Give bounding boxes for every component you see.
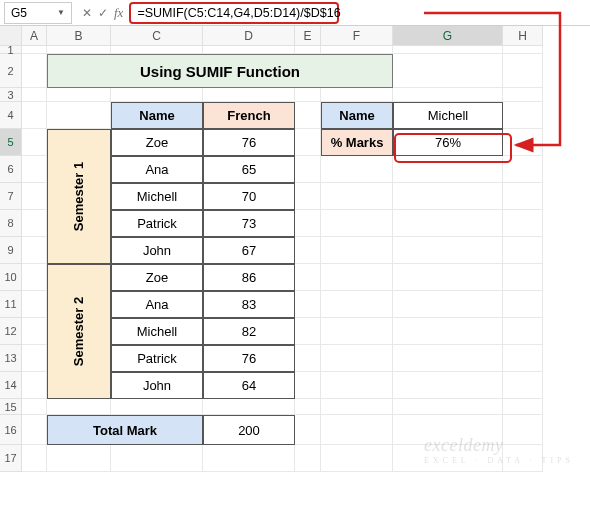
total-mark-label: Total Mark (47, 415, 203, 445)
col-header-A[interactable]: A (22, 26, 47, 46)
chevron-down-icon[interactable]: ▼ (57, 8, 65, 17)
row-header-1[interactable]: 1 (0, 46, 22, 54)
row-header-3[interactable]: 3 (0, 88, 22, 102)
row-header-17[interactable]: 17 (0, 445, 22, 472)
row-header-4[interactable]: 4 (0, 102, 22, 129)
col-french-header: French (203, 102, 295, 129)
table-cell[interactable]: Patrick (111, 345, 203, 372)
table-cell[interactable]: Patrick (111, 210, 203, 237)
formula-bar-buttons: ✕ ✓ fx (76, 5, 129, 21)
row-header-13[interactable]: 13 (0, 345, 22, 372)
col-header-E[interactable]: E (295, 26, 321, 46)
row-header-16[interactable]: 16 (0, 415, 22, 445)
row-header-2[interactable]: 2 (0, 54, 22, 88)
total-mark-value[interactable]: 200 (203, 415, 295, 445)
row-header-5[interactable]: 5 (0, 129, 22, 156)
row-header-9[interactable]: 9 (0, 237, 22, 264)
cancel-icon[interactable]: ✕ (82, 6, 92, 20)
table-cell[interactable]: 83 (203, 291, 295, 318)
table-cell[interactable]: Michell (111, 183, 203, 210)
table-cell[interactable]: Zoe (111, 129, 203, 156)
table-cell[interactable]: John (111, 237, 203, 264)
row-header-6[interactable]: 6 (0, 156, 22, 183)
lookup-marks-value[interactable]: 76% (393, 129, 503, 156)
enter-icon[interactable]: ✓ (98, 6, 108, 20)
col-header-B[interactable]: B (47, 26, 111, 46)
row-header-15[interactable]: 15 (0, 399, 22, 415)
row-header-14[interactable]: 14 (0, 372, 22, 399)
lookup-name-label: Name (321, 102, 393, 129)
semester-2-label: Semester 2 (47, 264, 111, 399)
column-headers: A B C D E F G H (0, 26, 590, 46)
select-all-corner[interactable] (0, 26, 22, 46)
formula-input[interactable]: =SUMIF(C5:C14,G4,D5:D14)/$D$16 (129, 2, 339, 24)
table-cell[interactable]: 64 (203, 372, 295, 399)
table-cell[interactable]: John (111, 372, 203, 399)
table-cell[interactable]: 67 (203, 237, 295, 264)
row-header-8[interactable]: 8 (0, 210, 22, 237)
col-header-D[interactable]: D (203, 26, 295, 46)
formula-bar: G5 ▼ ✕ ✓ fx =SUMIF(C5:C14,G4,D5:D14)/$D$… (0, 0, 590, 26)
col-header-H[interactable]: H (503, 26, 543, 46)
table-cell[interactable]: Ana (111, 291, 203, 318)
row-header-12[interactable]: 12 (0, 318, 22, 345)
col-header-C[interactable]: C (111, 26, 203, 46)
table-cell[interactable]: 86 (203, 264, 295, 291)
table-cell[interactable]: 76 (203, 345, 295, 372)
table-cell[interactable]: 70 (203, 183, 295, 210)
table-cell[interactable]: 76 (203, 129, 295, 156)
semester-1-label: Semester 1 (47, 129, 111, 264)
row-header-10[interactable]: 10 (0, 264, 22, 291)
col-header-F[interactable]: F (321, 26, 393, 46)
name-box[interactable]: G5 ▼ (4, 2, 72, 24)
table-cell[interactable]: Ana (111, 156, 203, 183)
lookup-name-value[interactable]: Michell (393, 102, 503, 129)
table-cell[interactable]: 82 (203, 318, 295, 345)
table-cell[interactable]: 65 (203, 156, 295, 183)
page-title: Using SUMIF Function (47, 54, 393, 88)
name-box-value: G5 (11, 6, 27, 20)
row-header-11[interactable]: 11 (0, 291, 22, 318)
col-header-G[interactable]: G (393, 26, 503, 46)
lookup-marks-label: % Marks (321, 129, 393, 156)
formula-text: =SUMIF(C5:C14,G4,D5:D14)/$D$16 (137, 6, 340, 20)
table-cell[interactable]: Michell (111, 318, 203, 345)
spreadsheet-grid[interactable]: A B C D E F G H 1 2 Using SUMIF Function… (0, 26, 590, 511)
table-cell[interactable]: 73 (203, 210, 295, 237)
row-header-7[interactable]: 7 (0, 183, 22, 210)
col-name-header: Name (111, 102, 203, 129)
table-cell[interactable]: Zoe (111, 264, 203, 291)
fx-icon[interactable]: fx (114, 5, 123, 21)
